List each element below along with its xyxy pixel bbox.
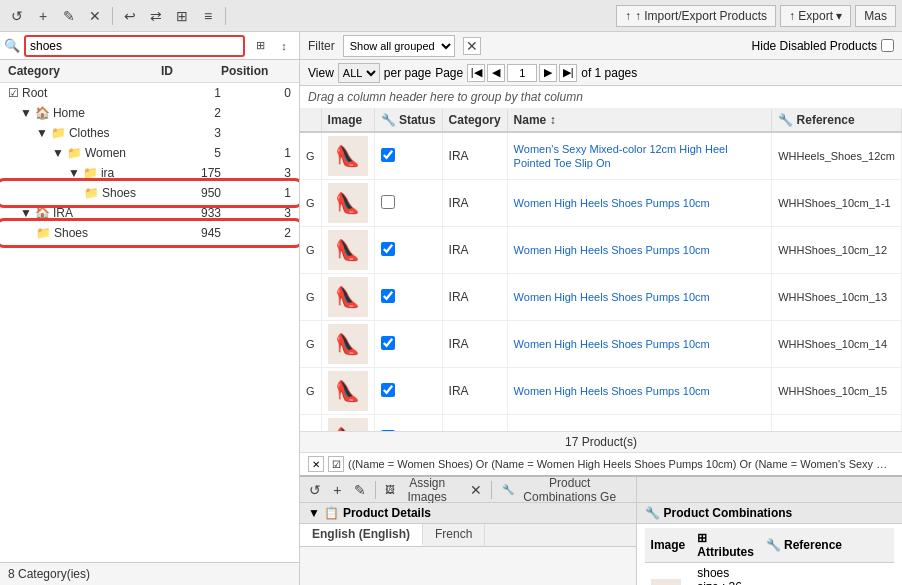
edit-button[interactable]: ✎ — [58, 5, 80, 27]
details-icon: 📋 — [324, 506, 339, 520]
product-category-3: IRA — [442, 227, 507, 274]
next-page-button[interactable]: ▶ — [539, 64, 557, 82]
grid-button[interactable]: ⊞ — [171, 5, 193, 27]
delete-button[interactable]: ✕ — [84, 5, 106, 27]
product-ref-4: WHHShoes_10cm_13 — [772, 274, 902, 321]
folder-icon-ira: 📁 — [83, 166, 98, 180]
tree-item-clothes[interactable]: ▼ 📁 Clothes 3 — [0, 123, 299, 143]
product-status-7[interactable] — [374, 415, 442, 432]
home-icon: 🏠 — [35, 106, 50, 120]
sort-button[interactable]: ⇄ — [145, 5, 167, 27]
bottom-refresh-button[interactable]: ↺ — [306, 479, 324, 501]
product-img-3: 👠 — [321, 227, 374, 274]
tree-item-ira[interactable]: ▼ 📁 ira 175 3 — [0, 163, 299, 183]
tree-item-ira-top[interactable]: ▼ 🏠 IRA 933 3 — [0, 203, 299, 223]
import-export-button[interactable]: ↑ ↑ Import/Export Products — [616, 5, 776, 27]
col-reference-label: Reference — [797, 113, 855, 127]
mas-button[interactable]: Mas — [855, 5, 896, 27]
add-button[interactable]: + — [32, 5, 54, 27]
tab-french[interactable]: French — [423, 524, 485, 546]
collapse-icon[interactable]: ▼ — [308, 506, 320, 520]
product-status-1[interactable] — [374, 132, 442, 180]
filter-expr-button[interactable]: ☑ — [328, 456, 344, 472]
export-button[interactable]: ↑ Export ▾ — [780, 5, 851, 27]
bottom-separator-2 — [491, 481, 492, 499]
filter-icon-ref: 🔧 — [778, 113, 793, 127]
col-name[interactable]: Name ↕ — [507, 109, 772, 132]
product-table: Image 🔧 Status Category Name ↕ — [300, 109, 902, 431]
table-row[interactable]: G 👠 IRA Women High Heels Shoes Pumps 10c… — [300, 368, 902, 415]
search-input[interactable] — [24, 35, 245, 57]
tree-label-root: ☑ Root — [8, 86, 161, 100]
tree-item-shoes-top[interactable]: 📁 Shoes 945 2 — [0, 223, 299, 243]
product-name-6[interactable]: Women High Heels Shoes Pumps 10cm — [507, 368, 772, 415]
page-label: Page — [435, 66, 463, 80]
product-name-4[interactable]: Women High Heels Shoes Pumps 10cm — [507, 274, 772, 321]
last-page-button[interactable]: ▶| — [559, 64, 577, 82]
table-row[interactable]: G 👠 IRA Women High Heels Shoes Pumps 10c… — [300, 227, 902, 274]
status-check-1[interactable] — [381, 148, 395, 162]
list-item[interactable]: 👠 shoes size : 36, Shoes Color : WShoes_… — [645, 563, 894, 586]
bottom-right-panel: 🔧 Product Combinations Image ⊞ — [637, 477, 902, 585]
hide-disabled-checkbox[interactable] — [881, 39, 894, 52]
table-row[interactable]: G 👠 IRA Women High Heels Shoes Pumps 10c… — [300, 274, 902, 321]
first-page-button[interactable]: |◀ — [467, 64, 485, 82]
page-input[interactable] — [507, 64, 537, 82]
import-export-label: ↑ Import/Export Products — [635, 9, 767, 23]
product-ref-5: WHHShoes_10cm_14 — [772, 321, 902, 368]
row-num-5: G — [300, 321, 321, 368]
col-image: Image — [321, 109, 374, 132]
bottom-right-toolbar — [637, 477, 902, 503]
col-reference: 🔧 Reference — [772, 109, 902, 132]
filter-select[interactable]: Show all grouped — [343, 35, 455, 57]
per-page-select[interactable]: ALL — [338, 63, 380, 83]
filter-icon[interactable]: ✕ — [463, 37, 481, 55]
tree-item-root[interactable]: ☑ Root 1 0 — [0, 83, 299, 103]
folder-icon-shoes-top: 📁 — [36, 226, 51, 240]
sort-icon-name[interactable]: ↕ — [550, 113, 556, 127]
product-name-1[interactable]: Women's Sexy Mixed-color 12cm High Heel … — [507, 132, 772, 180]
product-category-1: IRA — [442, 132, 507, 180]
close-assign-button[interactable]: ✕ — [467, 479, 485, 501]
product-name-7[interactable]: Women High Heels Shoes Pumps 10cm — [507, 415, 772, 432]
product-status-6[interactable] — [374, 368, 442, 415]
undo-button[interactable]: ↩ — [119, 5, 141, 27]
status-check-3[interactable] — [381, 242, 395, 256]
tree-item-women[interactable]: ▼ 📁 Women 5 1 — [0, 143, 299, 163]
status-check-5[interactable] — [381, 336, 395, 350]
table-row[interactable]: G 👠 IRA Women High Heels Shoes Pumps 10c… — [300, 180, 902, 227]
bottom-edit-button[interactable]: ✎ — [350, 479, 368, 501]
prev-page-button[interactable]: ◀ — [487, 64, 505, 82]
product-name-5[interactable]: Women High Heels Shoes Pumps 10cm — [507, 321, 772, 368]
clear-filter-button[interactable]: ✕ — [308, 456, 324, 472]
drag-hint: Drag a column header here to group by th… — [300, 86, 902, 109]
tree-label-shoes-ira: 📁 Shoes — [84, 186, 161, 200]
product-status-2[interactable] — [374, 180, 442, 227]
product-combinations-button[interactable]: 🔧 Product Combinations Ge — [498, 479, 630, 501]
product-name-3[interactable]: Women High Heels Shoes Pumps 10cm — [507, 227, 772, 274]
tab-english[interactable]: English (English) — [300, 524, 423, 546]
filter-icon-button[interactable]: ⊞ — [249, 35, 271, 57]
category-tree-panel: 🔍 ⊞ ↕ Category ID Position ☑ Root 1 0 — [0, 32, 300, 585]
product-status-3[interactable] — [374, 227, 442, 274]
table-row[interactable]: G 👠 IRA Women's Sexy Mixed-color 12cm Hi… — [300, 132, 902, 180]
table-row[interactable]: G 👠 IRA Women High Heels Shoes Pumps 10c… — [300, 321, 902, 368]
product-name-2[interactable]: Women High Heels Shoes Pumps 10cm — [507, 180, 772, 227]
product-status-5[interactable] — [374, 321, 442, 368]
expand-icon-women: ▼ — [52, 146, 64, 160]
tree-item-home[interactable]: ▼ 🏠 Home 2 — [0, 103, 299, 123]
view-bar: View ALL per page Page |◀ ◀ ▶ ▶| of 1 pa… — [300, 60, 902, 86]
status-check-6[interactable] — [381, 383, 395, 397]
tree-item-shoes-ira[interactable]: 📁 Shoes 950 1 — [0, 183, 299, 203]
status-check-4[interactable] — [381, 289, 395, 303]
product-img-1: 👠 — [321, 132, 374, 180]
tree-id-shoes-ira: 950 — [161, 186, 221, 200]
refresh-button[interactable]: ↺ — [6, 5, 28, 27]
status-check-2[interactable] — [381, 195, 395, 209]
table-row[interactable]: G 👠 IRA Women High Heels Shoes Pumps 10c… — [300, 415, 902, 432]
assign-images-button[interactable]: 🖼 Assign Images — [381, 479, 462, 501]
sort-icon-button[interactable]: ↕ — [273, 35, 295, 57]
bottom-add-button[interactable]: + — [328, 479, 346, 501]
product-status-4[interactable] — [374, 274, 442, 321]
menu-button[interactable]: ≡ — [197, 5, 219, 27]
